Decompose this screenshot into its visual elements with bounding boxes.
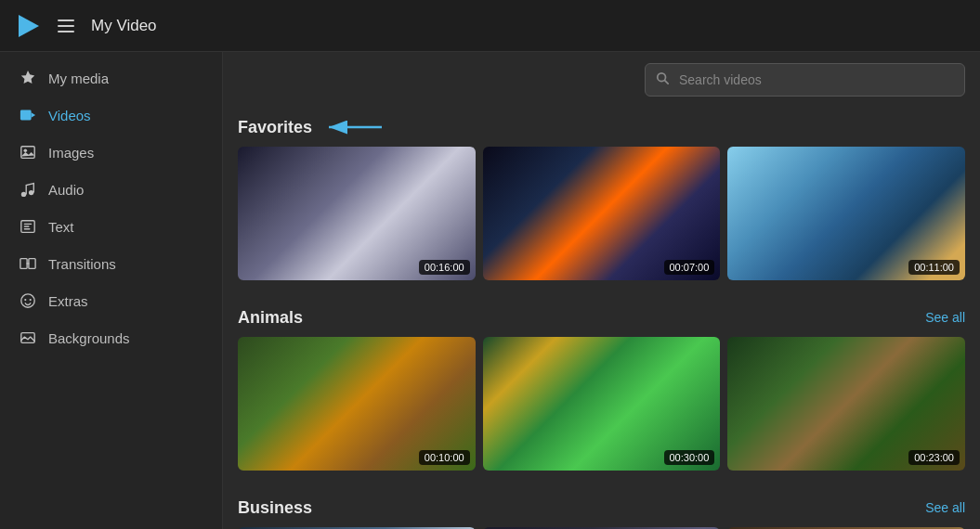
topbar: My Video <box>0 0 980 52</box>
video-icon <box>19 106 37 124</box>
section-favorites-title-area: Favorites <box>238 117 386 137</box>
sidebar-item-my-media[interactable]: My media <box>0 59 222 97</box>
sidebar-item-audio[interactable]: Audio <box>0 171 222 208</box>
svg-point-11 <box>24 299 26 301</box>
menu-icon[interactable] <box>54 16 78 36</box>
section-favorites-header: Favorites <box>238 108 965 137</box>
search-bar-area <box>223 52 980 108</box>
video-thumb-ani1[interactable]: 00:10:00 <box>238 337 476 471</box>
content-area: Favorites <box>223 52 980 529</box>
video-thumb-ani3[interactable]: 00:23:00 <box>727 337 965 471</box>
svg-point-6 <box>29 190 33 195</box>
scrollable-content: Favorites <box>223 108 980 529</box>
section-animals: Animals See all 00:10:00 00:30:00 <box>238 299 965 471</box>
sidebar-item-extras[interactable]: Extras <box>0 282 222 319</box>
search-input[interactable] <box>645 63 965 97</box>
sidebar-item-videos[interactable]: Videos <box>0 97 222 134</box>
sidebar-item-transitions[interactable]: Transitions <box>0 245 222 282</box>
svg-rect-9 <box>29 259 35 269</box>
animals-see-all-link[interactable]: See all <box>925 310 965 325</box>
video-duration-ani2: 00:30:00 <box>664 450 715 465</box>
image-icon <box>19 143 37 161</box>
section-favorites: Favorites <box>238 108 965 280</box>
video-thumb-fav1[interactable]: 00:16:00 <box>238 147 476 280</box>
favorites-video-grid: 00:16:00 00:07:00 00:11:00 <box>238 147 965 280</box>
sidebar-item-my-media-label: My media <box>48 71 109 86</box>
svg-point-5 <box>21 192 26 197</box>
sidebar-item-backgrounds-label: Backgrounds <box>48 330 130 346</box>
sidebar-item-videos-label: Videos <box>48 108 91 123</box>
video-duration-fav2: 00:07:00 <box>664 260 715 275</box>
section-animals-title: Animals <box>238 308 303 328</box>
video-thumb-ani2[interactable]: 00:30:00 <box>483 337 721 471</box>
business-see-all-link[interactable]: See all <box>925 500 965 515</box>
video-duration-fav3: 00:11:00 <box>908 260 960 275</box>
sidebar-item-text[interactable]: Text <box>0 208 222 245</box>
sidebar-item-extras-label: Extras <box>48 293 88 309</box>
sidebar-item-images-label: Images <box>48 145 94 161</box>
svg-point-12 <box>30 299 32 301</box>
svg-line-15 <box>665 81 669 84</box>
video-thumb-fav2[interactable]: 00:07:00 <box>483 147 721 280</box>
section-business-title-area: Business <box>238 498 312 518</box>
text-icon <box>19 217 37 236</box>
app-logo[interactable] <box>15 13 41 39</box>
video-duration-ani3: 00:23:00 <box>908 450 960 465</box>
transitions-icon <box>19 254 37 273</box>
main-layout: My media Videos Images Audio Text <box>0 52 980 529</box>
animals-video-grid: 00:10:00 00:30:00 00:23:00 <box>238 337 965 471</box>
arrow-annotation <box>321 117 386 137</box>
svg-point-4 <box>24 148 28 152</box>
music-icon <box>19 180 37 199</box>
section-animals-title-area: Animals <box>238 308 303 328</box>
search-icon <box>656 71 669 88</box>
video-duration-fav1: 00:16:00 <box>419 260 470 275</box>
section-animals-header: Animals See all <box>238 299 965 328</box>
video-thumb-fav3[interactable]: 00:11:00 <box>727 147 965 280</box>
sidebar-item-audio-label: Audio <box>48 182 84 198</box>
sidebar: My media Videos Images Audio Text <box>0 52 223 529</box>
section-favorites-title: Favorites <box>238 118 312 137</box>
search-wrapper <box>645 63 965 97</box>
extras-icon <box>19 291 37 310</box>
section-business-title: Business <box>238 498 312 518</box>
section-business-header: Business See all <box>238 489 965 518</box>
app-title: My Video <box>91 17 157 35</box>
section-business: Business See all 00:07:00 00:17:00 <box>238 489 965 529</box>
svg-rect-8 <box>20 259 27 269</box>
sidebar-item-backgrounds[interactable]: Backgrounds <box>0 319 222 356</box>
video-duration-ani1: 00:10:00 <box>419 450 470 465</box>
svg-rect-3 <box>21 147 34 159</box>
svg-marker-0 <box>19 15 39 37</box>
sidebar-item-transitions-label: Transitions <box>48 256 116 272</box>
svg-rect-1 <box>20 110 32 121</box>
sidebar-item-images[interactable]: Images <box>0 134 222 171</box>
star-icon <box>19 69 37 87</box>
backgrounds-icon <box>19 329 37 347</box>
svg-marker-2 <box>32 112 36 117</box>
sidebar-item-text-label: Text <box>48 219 74 235</box>
